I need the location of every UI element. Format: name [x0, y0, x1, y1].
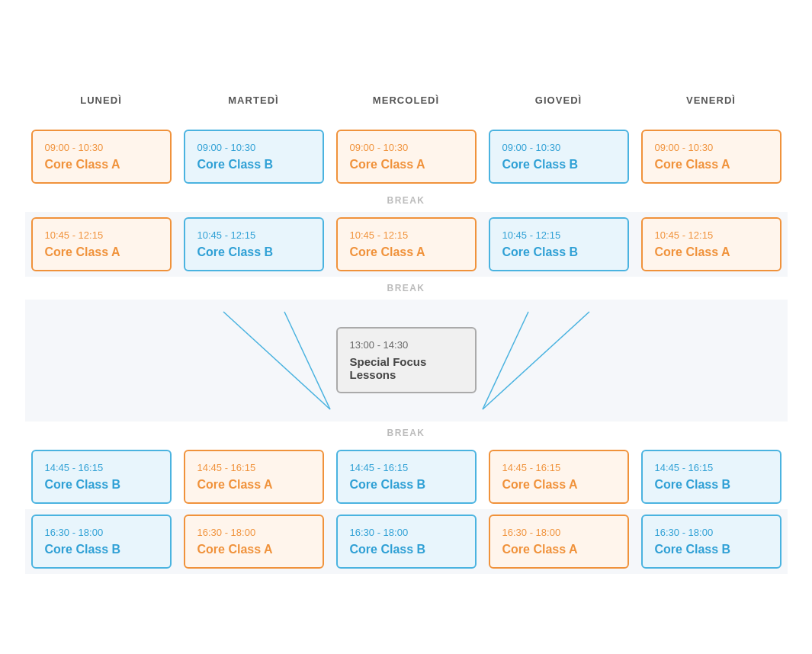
class-card[interactable]: 16:30 - 18:00Core Class B [31, 515, 172, 569]
break-row: BREAK [25, 189, 788, 212]
class-name: Core Class B [502, 245, 615, 259]
class-card[interactable]: 16:30 - 18:00Core Class A [184, 515, 324, 569]
class-time: 14:45 - 16:15 [502, 462, 615, 473]
schedule-cell: 09:00 - 10:30Core Class B [178, 124, 330, 189]
svg-line-2 [483, 312, 589, 409]
class-card[interactable]: 09:00 - 10:30Core Class A [31, 130, 172, 184]
class-time: 14:45 - 16:15 [197, 462, 310, 473]
schedule-cell: 16:30 - 18:00Core Class B [635, 509, 788, 574]
class-card[interactable]: 09:00 - 10:30Core Class B [489, 130, 629, 184]
class-name: Core Class B [350, 478, 463, 492]
class-time: 14:45 - 16:15 [45, 462, 158, 473]
schedule-cell: 14:45 - 16:15Core Class A [483, 444, 635, 509]
class-card[interactable]: 09:00 - 10:30Core Class A [336, 130, 477, 184]
class-time: 10:45 - 12:15 [45, 229, 158, 241]
class-name: Core Class A [45, 245, 158, 259]
schedule-cell: 14:45 - 16:15Core Class B [330, 444, 483, 509]
schedule-cell: 16:30 - 18:00Core Class A [483, 509, 635, 574]
break-row: BREAK [25, 422, 788, 444]
class-name: Core Class A [350, 245, 463, 259]
schedule-cell: 16:30 - 18:00Core Class A [178, 509, 330, 574]
schedule-cell: 16:30 - 18:00Core Class B [330, 509, 483, 574]
class-name: Core Class A [350, 158, 463, 172]
class-name: Core Class A [197, 543, 310, 556]
class-name: Core Class B [655, 543, 768, 556]
class-time: 10:45 - 12:15 [350, 229, 463, 241]
class-name: Core Class A [45, 158, 158, 172]
class-name: Core Class B [45, 543, 158, 556]
class-time: 09:00 - 10:30 [350, 142, 463, 153]
class-time: 16:30 - 18:00 [502, 527, 615, 538]
class-card[interactable]: 14:45 - 16:15Core Class B [31, 450, 172, 504]
schedule-cell: 14:45 - 16:15Core Class A [178, 444, 330, 509]
schedule-cell: 09:00 - 10:30Core Class A [330, 124, 483, 189]
class-time: 09:00 - 10:30 [45, 142, 158, 153]
schedule-cell: 10:45 - 12:15Core Class B [483, 212, 635, 277]
schedule-cell: 09:00 - 10:30Core Class A [635, 124, 788, 189]
class-card[interactable]: 14:45 - 16:15Core Class A [184, 450, 324, 504]
special-name: Special Focus Lessons [350, 355, 463, 381]
class-time: 09:00 - 10:30 [197, 142, 310, 153]
class-time: 14:45 - 16:15 [655, 462, 768, 473]
special-class-card[interactable]: 13:00 - 14:30Special Focus Lessons [336, 327, 477, 393]
special-row: 13:00 - 14:30Special Focus Lessons [25, 300, 788, 422]
class-name: Core Class B [502, 158, 615, 172]
schedule-cell: 10:45 - 12:15Core Class A [635, 212, 788, 277]
class-card[interactable]: 14:45 - 16:15Core Class A [489, 450, 629, 504]
class-card[interactable]: 14:45 - 16:15Core Class B [641, 450, 782, 504]
column-header: VENERDÌ [635, 81, 788, 124]
svg-line-1 [284, 312, 330, 409]
class-card[interactable]: 14:45 - 16:15Core Class B [336, 450, 477, 504]
schedule-cell: 09:00 - 10:30Core Class A [25, 124, 178, 189]
class-name: Core Class A [502, 478, 615, 492]
column-header: MARTEDÌ [178, 81, 330, 124]
class-time: 09:00 - 10:30 [502, 142, 615, 153]
schedule-cell: 14:45 - 16:15Core Class B [635, 444, 788, 509]
empty-special-cell [635, 300, 788, 422]
schedule-cell: 10:45 - 12:15Core Class A [25, 212, 178, 277]
class-name: Core Class B [350, 543, 463, 556]
class-card[interactable]: 10:45 - 12:15Core Class A [336, 217, 477, 271]
break-label: BREAK [330, 422, 483, 444]
break-label: BREAK [330, 189, 483, 212]
class-name: Core Class B [197, 245, 310, 259]
svg-line-3 [483, 312, 528, 409]
schedule-container: LUNEDÌMARTEDÌMERCOLEDÌGIOVEDÌVENERDÌ09:0… [18, 66, 795, 589]
class-card[interactable]: 10:45 - 12:15Core Class A [641, 217, 782, 271]
class-name: Core Class A [502, 543, 615, 556]
class-card[interactable]: 16:30 - 18:00Core Class B [641, 515, 782, 569]
class-time: 16:30 - 18:00 [655, 527, 768, 538]
class-time: 10:45 - 12:15 [502, 229, 615, 241]
class-name: Core Class B [45, 478, 158, 492]
class-time: 14:45 - 16:15 [350, 462, 463, 473]
schedule-cell: 14:45 - 16:15Core Class B [25, 444, 178, 509]
schedule-cell: 09:00 - 10:30Core Class B [483, 124, 635, 189]
class-card[interactable]: 10:45 - 12:15Core Class B [489, 217, 629, 271]
class-card[interactable]: 16:30 - 18:00Core Class B [336, 515, 477, 569]
class-name: Core Class B [197, 158, 310, 172]
schedule-cell: 10:45 - 12:15Core Class A [330, 212, 483, 277]
diagonal-cell [483, 300, 635, 422]
class-card[interactable]: 09:00 - 10:30Core Class A [641, 130, 782, 184]
schedule-cell: 10:45 - 12:15Core Class B [178, 212, 330, 277]
class-name: Core Class A [655, 158, 768, 172]
special-time: 13:00 - 14:30 [350, 339, 463, 351]
class-time: 10:45 - 12:15 [655, 229, 768, 241]
class-time: 10:45 - 12:15 [197, 229, 310, 241]
column-header: LUNEDÌ [25, 81, 178, 124]
class-time: 09:00 - 10:30 [655, 142, 768, 153]
class-card[interactable]: 16:30 - 18:00Core Class A [489, 515, 629, 569]
class-time: 16:30 - 18:00 [197, 527, 310, 538]
class-time: 16:30 - 18:00 [45, 527, 158, 538]
break-row: BREAK [25, 277, 788, 300]
diagonal-cell [178, 300, 330, 422]
schedule-cell: 16:30 - 18:00Core Class B [25, 509, 178, 574]
class-card[interactable]: 10:45 - 12:15Core Class B [184, 217, 324, 271]
empty-special-cell [25, 300, 178, 422]
class-card[interactable]: 10:45 - 12:15Core Class A [31, 217, 172, 271]
schedule-grid: LUNEDÌMARTEDÌMERCOLEDÌGIOVEDÌVENERDÌ09:0… [25, 81, 788, 574]
column-header: GIOVEDÌ [483, 81, 635, 124]
class-card[interactable]: 09:00 - 10:30Core Class B [184, 130, 324, 184]
break-label: BREAK [330, 277, 483, 300]
class-name: Core Class A [655, 245, 768, 259]
